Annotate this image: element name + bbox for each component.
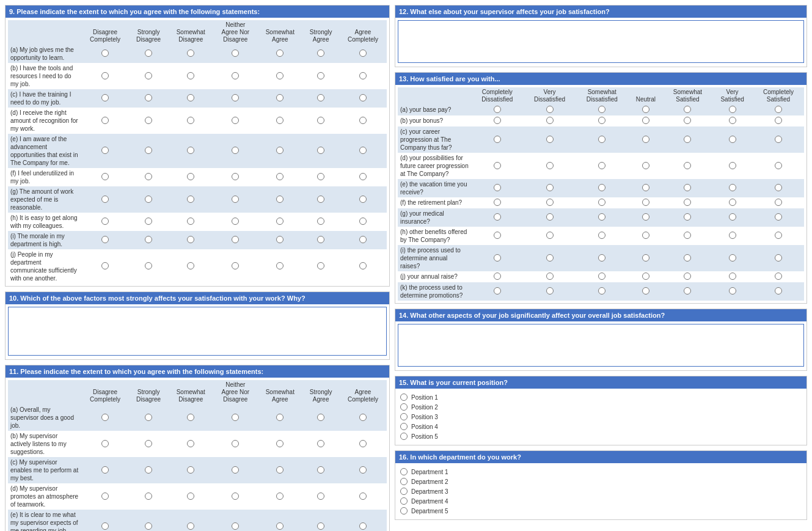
q11-radio-4-1[interactable] (145, 522, 152, 530)
q9-row-4-col-3[interactable] (213, 134, 257, 168)
q13-row-2-col-0[interactable] (471, 126, 524, 153)
q13-row-5-col-1[interactable] (524, 197, 576, 208)
q13-row-8-col-2[interactable] (576, 245, 628, 271)
q13-radio-8-4[interactable] (684, 254, 691, 262)
q9-row-7-col-6[interactable] (339, 213, 387, 231)
q13-radio-0-6[interactable] (775, 106, 782, 113)
q13-radio-9-0[interactable] (494, 273, 501, 280)
q13-row-8-col-5[interactable] (712, 245, 753, 271)
q9-row-9-col-0[interactable] (81, 249, 129, 284)
q9-row-3-col-5[interactable] (302, 108, 338, 134)
q9-row-0-col-3[interactable] (213, 45, 257, 63)
q13-row-1-col-4[interactable] (663, 115, 712, 126)
q13-radio-7-5[interactable] (729, 232, 736, 239)
q9-row-7-col-5[interactable] (302, 213, 338, 231)
q13-radio-10-1[interactable] (546, 287, 554, 295)
q13-radio-8-3[interactable] (642, 254, 649, 262)
q9-radio-3-4[interactable] (276, 117, 283, 124)
q11-row-2-col-3[interactable] (213, 457, 257, 483)
q13-row-3-col-3[interactable] (628, 153, 663, 179)
q11-radio-3-3[interactable] (232, 493, 239, 500)
q11-row-4-col-3[interactable] (213, 510, 257, 531)
q9-row-1-col-4[interactable] (257, 63, 302, 89)
q9-radio-9-4[interactable] (276, 262, 283, 269)
q9-row-2-col-2[interactable] (168, 89, 213, 108)
q11-radio-3-6[interactable] (359, 493, 367, 500)
q11-row-1-col-2[interactable] (168, 431, 213, 457)
q11-radio-4-2[interactable] (187, 522, 194, 530)
q13-row-1-col-0[interactable] (471, 115, 524, 126)
q13-radio-1-4[interactable] (684, 117, 691, 124)
q13-radio-6-1[interactable] (546, 213, 554, 221)
q9-radio-9-0[interactable] (101, 262, 109, 269)
q11-radio-4-6[interactable] (359, 522, 367, 530)
q13-row-10-col-3[interactable] (628, 282, 663, 301)
q11-row-1-col-0[interactable] (81, 431, 129, 457)
q9-row-4-col-5[interactable] (302, 134, 338, 168)
q9-row-1-col-6[interactable] (339, 63, 387, 89)
q9-radio-7-0[interactable] (101, 218, 109, 225)
q11-row-0-col-2[interactable] (168, 405, 213, 431)
q9-row-9-col-6[interactable] (339, 249, 387, 284)
q9-row-8-col-6[interactable] (339, 231, 387, 249)
q11-row-4-col-5[interactable] (302, 510, 338, 531)
q13-radio-6-6[interactable] (775, 213, 782, 221)
q13-row-1-col-2[interactable] (576, 115, 628, 126)
q13-row-4-col-6[interactable] (753, 179, 804, 197)
q13-row-7-col-2[interactable] (576, 227, 628, 245)
q13-row-5-col-4[interactable] (663, 197, 712, 208)
q11-row-3-col-3[interactable] (213, 483, 257, 510)
q11-row-0-col-4[interactable] (257, 405, 302, 431)
q9-radio-4-6[interactable] (359, 147, 367, 154)
q9-row-2-col-3[interactable] (213, 89, 257, 108)
q13-radio-3-4[interactable] (684, 162, 691, 169)
q9-radio-2-5[interactable] (317, 94, 324, 101)
q13-radio-10-0[interactable] (494, 287, 501, 295)
q9-row-1-col-0[interactable] (81, 63, 129, 89)
q11-radio-1-6[interactable] (359, 440, 367, 447)
q13-radio-3-3[interactable] (642, 162, 649, 169)
q13-radio-4-1[interactable] (546, 184, 554, 191)
q13-row-10-col-0[interactable] (471, 282, 524, 301)
q9-row-3-col-6[interactable] (339, 108, 387, 134)
q13-radio-8-0[interactable] (494, 254, 501, 262)
q13-radio-2-0[interactable] (494, 136, 501, 143)
q13-radio-0-5[interactable] (729, 106, 736, 113)
q13-row-7-col-4[interactable] (663, 227, 712, 245)
q13-radio-1-6[interactable] (775, 117, 782, 124)
q11-radio-0-6[interactable] (359, 414, 367, 421)
q9-row-8-col-4[interactable] (257, 231, 302, 249)
q11-radio-1-3[interactable] (232, 440, 239, 447)
q9-radio-0-1[interactable] (145, 49, 152, 57)
q11-radio-2-3[interactable] (232, 466, 239, 474)
q11-radio-4-3[interactable] (232, 522, 239, 530)
q13-radio-2-3[interactable] (642, 136, 649, 143)
q11-radio-3-0[interactable] (101, 493, 109, 500)
q9-row-3-col-1[interactable] (129, 108, 168, 134)
q9-radio-2-2[interactable] (187, 94, 194, 101)
q13-row-3-col-4[interactable] (663, 153, 712, 179)
q9-radio-1-1[interactable] (145, 72, 152, 79)
q9-radio-5-3[interactable] (232, 173, 239, 180)
q13-radio-3-6[interactable] (775, 162, 782, 169)
q11-row-1-col-5[interactable] (302, 431, 338, 457)
q9-row-0-col-5[interactable] (302, 45, 338, 63)
q9-radio-6-3[interactable] (232, 196, 239, 203)
q9-row-7-col-3[interactable] (213, 213, 257, 231)
q10-textarea[interactable] (8, 307, 387, 356)
q13-radio-7-1[interactable] (546, 232, 554, 239)
q11-radio-2-4[interactable] (276, 466, 283, 474)
q9-row-6-col-1[interactable] (129, 186, 168, 213)
q11-radio-2-0[interactable] (101, 466, 109, 474)
q9-row-9-col-3[interactable] (213, 249, 257, 284)
q13-row-7-col-3[interactable] (628, 227, 663, 245)
q9-row-1-col-3[interactable] (213, 63, 257, 89)
q9-row-9-col-5[interactable] (302, 249, 338, 284)
q9-radio-4-4[interactable] (276, 147, 283, 154)
q9-row-8-col-1[interactable] (129, 231, 168, 249)
q15-option-0[interactable] (400, 394, 408, 401)
q9-radio-4-3[interactable] (232, 147, 239, 154)
q9-row-4-col-6[interactable] (339, 134, 387, 168)
q13-row-6-col-2[interactable] (576, 208, 628, 227)
q13-row-9-col-2[interactable] (576, 271, 628, 282)
